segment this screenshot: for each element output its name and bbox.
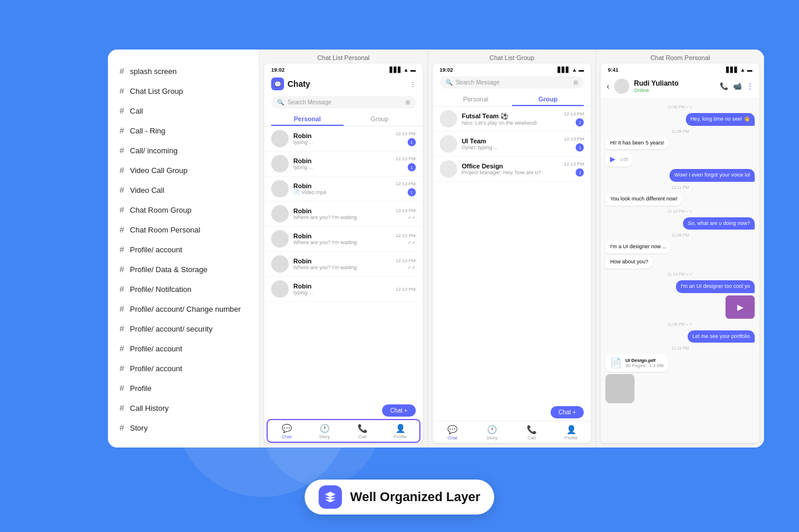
file-icon: 📄 [610, 357, 622, 368]
status-bar-1: 19:02 ▋▋▋ ▲ ▬ [264, 64, 423, 74]
chat-item-2[interactable]: Robin typing ... 12:13 PM 1 [264, 152, 423, 177]
status-time-1: 19:02 [271, 67, 285, 73]
tab-group-2[interactable]: Group [512, 93, 584, 106]
sidebar-item-label: Call - Ring [130, 126, 166, 135]
sidebar-item-label: Video Call Group [130, 166, 188, 175]
more-icon-chat[interactable]: ⋮ [747, 82, 754, 90]
phone-screen-2: 19:02 ▋▋▋ ▲ ▬ 🔍 Search Message ⊞ Persona… [433, 64, 591, 443]
search-bar-1[interactable]: 🔍 Search Message ⊞ [271, 96, 416, 108]
sidebar-item-chat-list-group[interactable]: #Chat List Group [108, 81, 259, 101]
tab-group-1[interactable]: Group [344, 113, 416, 126]
nav-chat-1[interactable]: 💬 Chat [268, 424, 306, 439]
sidebar: #splash screen#Chat List Group#Call#Call… [108, 50, 260, 448]
filter-icon-1[interactable]: ⊞ [405, 99, 410, 105]
search-bar-2[interactable]: 🔍 Search Message ⊞ [440, 76, 584, 89]
status-time-3: 9:41 [608, 67, 618, 73]
chat-item-3[interactable]: Robin 📄 Video.mp4 12:13 PM 1 [264, 177, 423, 202]
group-item-3[interactable]: Office Design Project Manager: Hey, how … [433, 157, 591, 182]
sidebar-item-label: Profile/ Data & Storage [130, 265, 208, 274]
hash-icon: # [120, 165, 124, 175]
story-nav-icon: 🕐 [320, 424, 330, 433]
sidebar-item-call--incoming[interactable]: #Call/ incoming [108, 140, 259, 160]
sidebar-item-profile--account--security[interactable]: #Profile/ account/ security [108, 319, 259, 339]
hash-icon: # [120, 324, 124, 333]
tabs-row-1: Personal Group [264, 111, 423, 126]
messages-area: 11:08 PM ✓✓ Hey, long time no see! 👋 11:… [601, 99, 759, 443]
msg-time-5: 11:08 PM [605, 233, 755, 237]
chat-add-button-1[interactable]: Chat + [382, 404, 416, 417]
filter-icon-2[interactable]: ⊞ [573, 79, 578, 86]
group-item-1[interactable]: Futsal Team ⚽ Nico: Let's play on the we… [433, 107, 591, 132]
sidebar-item-chat-room-group[interactable]: #Chat Room Group [108, 200, 259, 220]
sidebar-item-profile--data---storage[interactable]: #Profile/ Data & Storage [108, 259, 259, 279]
play-icon[interactable]: ▶ [610, 155, 615, 163]
tabs-row-2: Personal Group [433, 91, 591, 107]
hash-icon: # [120, 364, 124, 373]
contact-avatar [614, 79, 629, 94]
sidebar-item-label: Profile/ account/ Change number [130, 305, 241, 313]
sidebar-item-profile--account[interactable]: #Profile/ account [108, 239, 259, 259]
nav-chat-2[interactable]: 💬 Chat [433, 425, 472, 441]
nav-call-2[interactable]: 📞 Call [512, 425, 552, 441]
column-label-1: Chat List Personal [260, 50, 427, 64]
app-title: 💬 Chaty [271, 77, 310, 90]
video-thumb: ▶ [726, 295, 755, 319]
app-header: 💬 Chaty ⋮ [264, 74, 423, 94]
sidebar-item-call---ring[interactable]: #Call - Ring [108, 121, 259, 140]
msg-time-3: 11:11 PM [605, 185, 755, 189]
msg-file: 📄 UI Design.pdf 40 Pages · 1.3 MB [605, 354, 755, 372]
more-icon[interactable]: ⋮ [410, 81, 416, 87]
badge-text: Well Organized Layer [350, 489, 480, 505]
group-item-2[interactable]: UI Team Dylan: typing ... 12:13 PM 1 [433, 132, 591, 157]
hash-icon: # [120, 245, 124, 254]
sidebar-item-profile--account--change-number[interactable]: #Profile/ account/ Change number [108, 299, 259, 319]
battery-icon: ▬ [411, 67, 416, 73]
sidebar-item-profile--account[interactable]: #Profile/ account [108, 339, 259, 358]
column-label-3: Chat Room Personal [596, 50, 764, 64]
search-placeholder-2: Search Message [456, 79, 500, 86]
nav-profile-1[interactable]: 👤 Profile [381, 424, 419, 439]
sidebar-item-label: Profile/ Notifcation [130, 285, 192, 294]
tab-personal-1[interactable]: Personal [271, 113, 344, 126]
chat-room-header: ‹ Rudi Yulianto Online 📞 📹 ⋮ [601, 74, 759, 99]
msg-sent-3: So, what are u doing now? [605, 217, 755, 230]
hash-icon: # [120, 66, 124, 76]
hash-icon: # [120, 146, 124, 155]
chat-item-7[interactable]: Robin typing ... 12:13 PM [264, 277, 423, 302]
video-icon[interactable]: 📹 [733, 82, 742, 90]
search-placeholder-1: Search Message [288, 99, 331, 105]
chat-add-button-2[interactable]: Chat + [551, 406, 584, 418]
nav-story-1[interactable]: 🕐 Story [306, 424, 344, 439]
chat-item-5[interactable]: Robin Where are you? I'm waiting 12:13 P… [264, 227, 423, 252]
msg-time-2: 11:08 PM [605, 129, 755, 133]
sidebar-item-story[interactable]: #Story [108, 418, 259, 438]
battery-icon-2: ▬ [579, 67, 584, 73]
sidebar-item-chat-room-personal[interactable]: #Chat Room Personal [108, 220, 259, 239]
chat-item-1[interactable]: Robin typing ... 12:13 PM 1 [264, 126, 423, 152]
hash-icon: # [120, 106, 124, 115]
tab-personal-2[interactable]: Personal [440, 93, 512, 106]
nav-profile-2[interactable]: 👤 Profile [551, 425, 591, 441]
sidebar-item-profile--account[interactable]: #Profile/ account [108, 358, 259, 378]
nav-story-2[interactable]: 🕐 Story [472, 425, 512, 441]
signal-icon-3: ▋▋▋ [726, 67, 738, 73]
avatar-3 [271, 180, 289, 198]
back-button[interactable]: ‹ [607, 82, 609, 91]
hash-icon: # [120, 265, 124, 274]
hash-icon: # [120, 185, 124, 195]
sidebar-item-profile--notifcation[interactable]: #Profile/ Notifcation [108, 279, 259, 299]
hash-icon: # [120, 225, 124, 234]
app-name: Chaty [288, 79, 310, 89]
hash-icon: # [120, 304, 124, 313]
sidebar-item-call-history[interactable]: #Call History [108, 398, 259, 418]
nav-call-1[interactable]: 📞 Call [344, 424, 381, 439]
sidebar-item-profile[interactable]: #Profile [108, 378, 259, 398]
chat-item-6[interactable]: Robin Where are you? I'm waiting 12:13 P… [264, 252, 423, 277]
phone-icon[interactable]: 📞 [720, 82, 728, 90]
sidebar-item-video-call[interactable]: #Video Call [108, 180, 259, 200]
sidebar-item-call[interactable]: #Call [108, 101, 259, 121]
chat-item-4[interactable]: Robin Where are you? I'm waiting 12:13 P… [264, 202, 423, 227]
sidebar-item-splash-screen[interactable]: #splash screen [108, 61, 259, 81]
bottom-nav-1: 💬 Chat 🕐 Story 📞 Call 👤 Profile [267, 419, 420, 443]
sidebar-item-video-call-group[interactable]: #Video Call Group [108, 160, 259, 180]
